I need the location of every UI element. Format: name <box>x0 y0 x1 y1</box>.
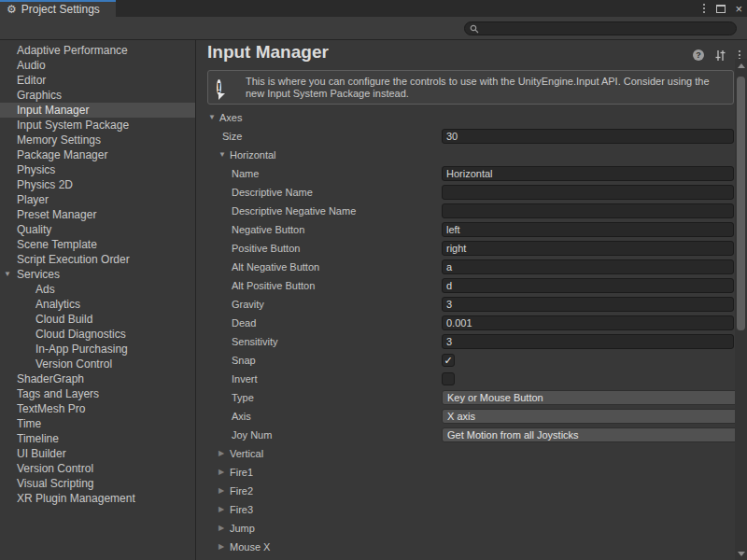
sensitivity-field[interactable]: 3 <box>442 334 734 349</box>
sidebar-item-label: ShaderGraph <box>17 372 84 385</box>
sidebar-item-audio[interactable]: Audio <box>0 58 195 73</box>
sidebar-item-input-manager[interactable]: Input Manager <box>0 103 195 118</box>
descriptive-negative-name-field[interactable] <box>442 203 734 218</box>
snap-label: Snap <box>232 355 256 366</box>
sidebar-item-adaptive-performance[interactable]: Adaptive Performance <box>0 43 195 58</box>
jump-label: Jump <box>230 523 255 534</box>
sidebar-item-label: Cloud Build <box>35 313 92 326</box>
tab-project-settings[interactable]: ⚙ Project Settings <box>0 0 116 17</box>
positive-button-field[interactable]: right <box>442 241 734 256</box>
help-box-text: This is where you can configure the cont… <box>246 76 725 100</box>
scrollbar-thumb[interactable] <box>737 77 745 330</box>
vertical-scrollbar[interactable] <box>735 59 747 560</box>
search-input[interactable] <box>479 23 731 35</box>
type-label: Type <box>232 392 254 403</box>
scrollbar-down-icon[interactable] <box>738 552 745 556</box>
sidebar-item-in-app-purchasing[interactable]: In-App Purchasing <box>0 342 195 357</box>
alt-negative-button-field[interactable]: a <box>442 259 734 274</box>
name-field[interactable]: Horizontal <box>442 166 734 181</box>
sidebar-item-physics[interactable]: Physics <box>0 162 195 177</box>
sidebar-item-ui-builder[interactable]: UI Builder <box>0 446 195 461</box>
foldout-closed-icon[interactable]: ▶ <box>218 506 224 513</box>
sidebar-item-analytics[interactable]: Analytics <box>0 297 195 312</box>
sidebar-item-label: Script Execution Order <box>17 253 130 266</box>
property-row-mouse-x: ▶Mouse X <box>197 538 734 556</box>
sidebar-item-cloud-diagnostics[interactable]: Cloud Diagnostics <box>0 327 195 342</box>
sidebar-item-xr-plugin-management[interactable]: XR Plugin Management <box>0 491 195 506</box>
sidebar-item-ads[interactable]: Ads <box>0 282 195 297</box>
sidebar-item-graphics[interactable]: Graphics <box>0 88 195 103</box>
property-row-fire1: ▶Fire1 <box>197 463 734 482</box>
property-row-axis: AxisX axis <box>197 407 734 426</box>
sidebar-item-label: Physics 2D <box>17 178 73 191</box>
sidebar-item-textmesh-pro[interactable]: TextMesh Pro <box>0 401 195 416</box>
sidebar-item-preset-manager[interactable]: Preset Manager <box>0 207 195 222</box>
sidebar-item-label: Tags and Layers <box>17 387 99 400</box>
sidebar-item-label: Player <box>17 193 49 206</box>
sidebar-item-visual-scripting[interactable]: Visual Scripting <box>0 476 195 491</box>
sidebar-item-player[interactable]: Player <box>0 192 195 207</box>
sidebar-item-cloud-build[interactable]: Cloud Build <box>0 312 195 327</box>
window-menu-icon[interactable] <box>701 2 707 15</box>
property-row-fire2: ▶Fire2 <box>197 482 734 500</box>
joy-num-dropdown[interactable]: Get Motion from all Joysticks <box>442 427 747 442</box>
sidebar-item-editor[interactable]: Editor <box>0 73 195 88</box>
dead-field[interactable]: 0.001 <box>442 315 734 330</box>
close-icon[interactable]: × <box>735 3 742 15</box>
sidebar-item-label: Physics <box>17 163 55 176</box>
joy-num-label: Joy Num <box>232 429 272 441</box>
property-row-dead: Dead0.001 <box>197 314 734 332</box>
input-manager-panel: Input Manager ? ! This is where you can … <box>197 40 747 560</box>
help-icon[interactable]: ? <box>693 49 704 61</box>
property-row-alt-positive-button: Alt Positive Buttond <box>197 276 734 295</box>
name-label: Name <box>232 168 259 179</box>
gravity-field[interactable]: 3 <box>442 297 734 312</box>
sidebar-item-services[interactable]: ▼Services <box>0 267 195 282</box>
axis-dropdown[interactable]: X axis <box>442 409 747 424</box>
foldout-closed-icon[interactable]: ▶ <box>218 543 224 551</box>
sidebar-item-scene-template[interactable]: Scene Template <box>0 237 195 252</box>
sidebar-item-label: Timeline <box>17 432 59 445</box>
sidebar-item-label: Analytics <box>35 298 80 311</box>
sidebar-item-label: Package Manager <box>17 148 107 161</box>
foldout-closed-icon[interactable]: ▶ <box>218 525 224 532</box>
foldout-open-icon[interactable]: ▼ <box>4 267 11 282</box>
size-field[interactable]: 30 <box>442 129 734 144</box>
foldout-closed-icon[interactable]: ▶ <box>218 450 224 457</box>
dead-label: Dead <box>232 317 256 329</box>
maximize-icon[interactable] <box>716 5 726 13</box>
foldout-open-icon[interactable]: ▼ <box>208 114 216 121</box>
page-title: Input Manager <box>207 42 329 63</box>
sidebar-item-input-system-package[interactable]: Input System Package <box>0 118 195 133</box>
alt-positive-button-field[interactable]: d <box>442 278 734 293</box>
sidebar-item-physics-2d[interactable]: Physics 2D <box>0 177 195 192</box>
horizontal-label: Horizontal <box>230 149 276 161</box>
property-row-alt-negative-button: Alt Negative Buttona <box>197 258 734 276</box>
foldout-closed-icon[interactable]: ▶ <box>218 469 224 476</box>
sidebar-item-timeline[interactable]: Timeline <box>0 431 195 446</box>
sidebar-item-label: In-App Purchasing <box>35 343 128 356</box>
type-dropdown[interactable]: Key or Mouse Button <box>442 390 747 405</box>
foldout-open-icon[interactable]: ▼ <box>218 151 226 159</box>
sidebar-item-tags-and-layers[interactable]: Tags and Layers <box>0 386 195 401</box>
sidebar-item-version-control[interactable]: Version Control <box>0 357 195 371</box>
sidebar-item-label: Input System Package <box>17 119 129 132</box>
sidebar-item-memory-settings[interactable]: Memory Settings <box>0 133 195 147</box>
search-box[interactable] <box>464 21 737 35</box>
sidebar-item-script-execution-order[interactable]: Script Execution Order <box>0 252 195 267</box>
positive-button-label: Positive Button <box>232 243 300 254</box>
sidebar-item-version-control[interactable]: Version Control <box>0 461 195 476</box>
descriptive-name-field[interactable] <box>442 185 734 200</box>
sidebar-item-package-manager[interactable]: Package Manager <box>0 147 195 162</box>
sidebar-item-time[interactable]: Time <box>0 416 195 431</box>
scrollbar-up-icon[interactable] <box>738 63 745 68</box>
sidebar-item-shadergraph[interactable]: ShaderGraph <box>0 371 195 386</box>
invert-checkbox[interactable] <box>442 372 455 385</box>
property-row-invert: Invert <box>197 370 734 388</box>
sidebar-item-quality[interactable]: Quality <box>0 222 195 237</box>
presets-icon[interactable] <box>714 49 726 62</box>
foldout-closed-icon[interactable]: ▶ <box>218 487 224 495</box>
property-row-gravity: Gravity3 <box>197 295 734 314</box>
negative-button-field[interactable]: left <box>442 222 734 237</box>
snap-checkbox[interactable]: ✓ <box>442 354 455 367</box>
